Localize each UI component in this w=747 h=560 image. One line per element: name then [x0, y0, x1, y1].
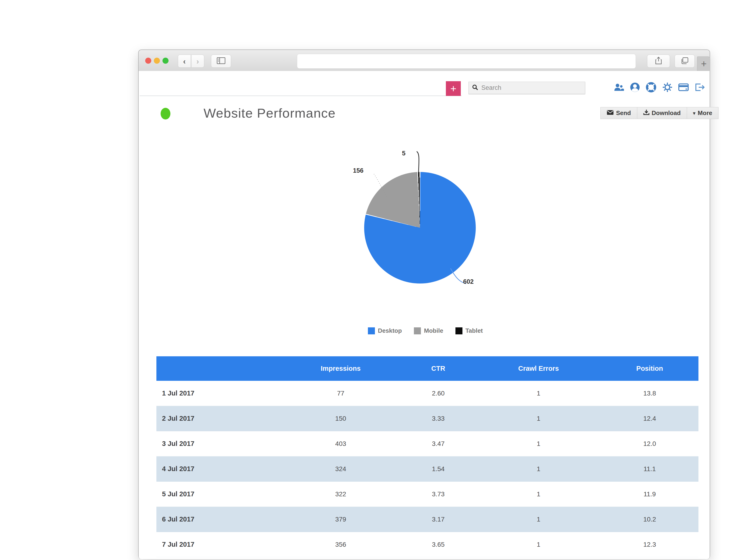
- help-icon[interactable]: [646, 82, 656, 92]
- zoom-window-button[interactable]: [162, 58, 169, 64]
- envelope-icon: [607, 109, 614, 117]
- search-icon: [472, 84, 479, 92]
- table-row: 4 Jul 2017 324 1.54 1 11.1: [156, 456, 698, 482]
- plus-icon: +: [701, 58, 707, 70]
- pie-value-mobile: 156: [353, 167, 363, 174]
- legend-item-desktop: Desktop: [368, 327, 402, 335]
- tabs-icon: [681, 57, 689, 65]
- pie-leader-lines: [339, 145, 512, 299]
- legend-item-mobile: Mobile: [414, 327, 443, 335]
- desktop-swatch-icon: [368, 327, 375, 335]
- more-button[interactable]: ▾ More: [687, 107, 719, 119]
- settings-icon[interactable]: [662, 82, 672, 92]
- header-ctr: CTR: [400, 356, 476, 381]
- tablet-swatch-icon: [456, 327, 462, 335]
- caret-down-icon: ▾: [693, 110, 695, 116]
- header-icon-bar: [614, 80, 705, 94]
- table-header-row: Impressions CTR Crawl Errors Position: [156, 356, 698, 381]
- new-tab-button[interactable]: +: [697, 56, 710, 71]
- pie-value-tablet: 5: [402, 150, 406, 157]
- forward-button[interactable]: ›: [191, 55, 204, 68]
- download-button[interactable]: Download: [637, 107, 687, 119]
- report-toolbar: Send Download ▾ More: [600, 107, 719, 119]
- close-window-button[interactable]: [145, 58, 151, 64]
- web-page: +: [139, 71, 710, 559]
- send-button[interactable]: Send: [600, 107, 637, 119]
- plus-icon: +: [450, 83, 456, 95]
- browser-window: ‹ › + +: [138, 50, 710, 559]
- table-row: 1 Jul 2017 77 2.60 1 13.8: [156, 381, 698, 406]
- chevron-left-icon: ‹: [183, 57, 186, 66]
- sidebar-toggle-button[interactable]: [211, 55, 231, 68]
- table-row: 7 Jul 2017 356 3.65 1 12.3: [156, 532, 698, 557]
- header-divider: [139, 96, 462, 96]
- header-position: Position: [601, 356, 698, 381]
- table-row: 3 Jul 2017 403 3.47 1 12.0: [156, 431, 698, 456]
- header-crawl-errors: Crawl Errors: [476, 356, 601, 381]
- address-bar[interactable]: [297, 54, 636, 69]
- share-icon: [655, 57, 662, 65]
- page-title: Website Performance: [204, 105, 336, 121]
- chevron-right-icon: ›: [196, 57, 199, 66]
- logout-icon[interactable]: [694, 82, 705, 92]
- search-box: [468, 82, 585, 94]
- chart-legend: Desktop Mobile Tablet: [339, 327, 512, 335]
- table-row: 2 Jul 2017 150 3.33 1 12.4: [156, 406, 698, 431]
- legend-item-tablet: Tablet: [456, 327, 483, 335]
- download-icon: [643, 109, 649, 117]
- sidebar-icon: [216, 57, 226, 65]
- performance-table: Impressions CTR Crawl Errors Position 1 …: [156, 356, 698, 557]
- mobile-swatch-icon: [414, 327, 421, 335]
- status-dot: [161, 108, 171, 119]
- billing-icon[interactable]: [678, 82, 689, 92]
- header-date: [156, 356, 281, 381]
- add-report-button[interactable]: +: [446, 81, 461, 96]
- share-button[interactable]: [647, 55, 670, 68]
- tab-overview-button[interactable]: [675, 55, 695, 68]
- pie-value-desktop: 602: [463, 278, 474, 285]
- search-input[interactable]: [481, 84, 582, 92]
- users-icon[interactable]: [614, 82, 624, 92]
- browser-chrome: ‹ › +: [139, 50, 710, 71]
- header-impressions: Impressions: [281, 356, 400, 381]
- back-button[interactable]: ‹: [178, 55, 191, 68]
- table-row: 5 Jul 2017 322 3.73 1 11.9: [156, 482, 698, 507]
- account-icon[interactable]: [630, 82, 640, 92]
- minimize-window-button[interactable]: [154, 58, 160, 64]
- table-row: 6 Jul 2017 379 3.17 1 10.2: [156, 507, 698, 532]
